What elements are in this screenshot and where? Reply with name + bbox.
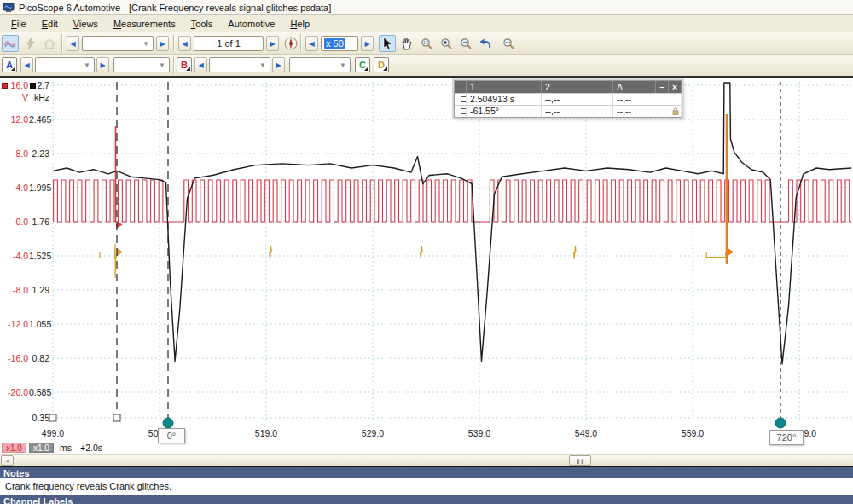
frequency-axis-tick: 0.82 bbox=[29, 353, 49, 363]
cursor-arrow-icon bbox=[382, 38, 392, 50]
phase-ruler-handle[interactable] bbox=[163, 418, 173, 428]
channel-b-range-down-button[interactable]: ◀ bbox=[194, 57, 207, 72]
channel-d-button[interactable]: D bbox=[374, 57, 389, 72]
minimize-button[interactable]: − bbox=[656, 81, 669, 93]
phase-ruler-720-label[interactable]: 720° bbox=[769, 430, 804, 445]
left-arrow-icon: ◀ bbox=[182, 40, 187, 48]
pan-tool-button[interactable] bbox=[398, 35, 415, 52]
zoom-in-button[interactable] bbox=[438, 35, 455, 52]
voltage-axis-tick: 0.0 bbox=[2, 217, 28, 227]
channel-a-scale-badge[interactable]: x1.0 bbox=[2, 443, 26, 453]
window-title: PicoScope 6 Automotive - [Crank Frequenc… bbox=[19, 3, 331, 13]
channel-a-range-dropdown[interactable]: ▼ bbox=[35, 57, 95, 72]
zoom-out-icon bbox=[460, 38, 473, 50]
right-arrow-icon: ▶ bbox=[160, 40, 165, 48]
channel-a-range-up-button[interactable]: ▶ bbox=[96, 57, 109, 72]
chevron-down-icon: ▼ bbox=[159, 61, 165, 69]
time-axis-tick: 539.0 bbox=[458, 428, 501, 438]
voltage-axis-tick: -8.0 bbox=[2, 285, 28, 295]
voltage-axis-handle[interactable] bbox=[2, 83, 8, 89]
menu-measurements[interactable]: Measurements bbox=[106, 16, 183, 32]
scrollbar-grip[interactable]: ❚❚ bbox=[569, 455, 591, 466]
chevron-down-icon: ▼ bbox=[84, 61, 90, 69]
capture-select-dropdown[interactable]: ▼ bbox=[82, 36, 154, 51]
notes-text[interactable]: Crank frequency reveals Crank glitches. bbox=[0, 478, 853, 494]
frequency-axis-tick: 1.525 bbox=[29, 251, 49, 261]
ruler-column-delta-header: Δ bbox=[613, 81, 656, 93]
connect-device-button[interactable] bbox=[22, 35, 39, 52]
left-arrow-icon: ◀ bbox=[309, 40, 314, 48]
horizontal-scrollbar[interactable]: < ❚❚ bbox=[0, 454, 853, 466]
time-ruler-handle[interactable] bbox=[113, 414, 120, 421]
marquee-zoom-button[interactable] bbox=[418, 35, 435, 52]
time-offset-label: +2.0s bbox=[77, 443, 106, 453]
time-ruler-value-1: 2.504913 s bbox=[467, 94, 542, 105]
scroll-left-button[interactable]: < bbox=[1, 455, 14, 466]
menu-automotive[interactable]: Automotive bbox=[220, 16, 282, 32]
channel-labels-header: Channel Labels bbox=[0, 495, 853, 504]
ruler-legend-corner bbox=[455, 81, 467, 93]
prev-capture-button[interactable]: ◀ bbox=[67, 36, 79, 51]
home-button[interactable] bbox=[41, 35, 58, 52]
glitch-marker-arrow bbox=[117, 248, 123, 256]
frequency-axis-tick: 1.055 bbox=[29, 319, 49, 329]
corner-expand-icon bbox=[186, 67, 190, 71]
zoom-full-button[interactable] bbox=[500, 35, 517, 52]
zoom-factor-increase-button[interactable]: ▶ bbox=[361, 36, 374, 51]
frequency-axis-tick: 1.995 bbox=[29, 182, 49, 193]
menu-tools[interactable]: Tools bbox=[183, 16, 221, 32]
voltage-axis-tick: 8.0 bbox=[2, 148, 28, 159]
right-arrow-icon: ▶ bbox=[100, 61, 105, 69]
channel-b-range-up-button[interactable]: ▶ bbox=[272, 57, 285, 72]
time-axis-tick: 499.0 bbox=[32, 428, 74, 438]
channel-b-button[interactable]: B bbox=[177, 57, 192, 72]
time-scale-badge[interactable]: x1.0 bbox=[29, 443, 54, 453]
channel-b-range-dropdown[interactable]: ▼ bbox=[209, 57, 270, 72]
time-ruler-value-2: --,-- bbox=[542, 94, 613, 105]
right-arrow-icon: ▶ bbox=[276, 61, 281, 69]
chevron-down-icon: ▼ bbox=[259, 61, 266, 69]
prev-page-button[interactable]: ◀ bbox=[178, 36, 191, 51]
channel-a-coupling-dropdown[interactable]: ▼ bbox=[113, 57, 170, 72]
voltage-axis-unit: V bbox=[2, 92, 28, 102]
zoom-out-button[interactable] bbox=[457, 35, 474, 52]
page-indicator: 1 of 1 bbox=[194, 36, 264, 51]
undo-zoom-button[interactable] bbox=[477, 35, 494, 52]
voltage-axis-tick: -4.0 bbox=[2, 251, 28, 261]
ruler-legend-panel[interactable]: 1 2 Δ − × 2.504913 s --,-- --,-- -61.55°… bbox=[454, 80, 682, 118]
zoom-factor-input[interactable]: x 50 bbox=[321, 36, 358, 51]
menu-help[interactable]: Help bbox=[282, 16, 317, 32]
right-arrow-icon: ▶ bbox=[270, 40, 275, 48]
frequency-axis-handle[interactable] bbox=[30, 83, 36, 89]
buffer-navigator-button[interactable] bbox=[282, 35, 299, 52]
phase-ruler-0-label[interactable]: 0° bbox=[158, 428, 185, 443]
scope-view: 16.012.08.04.00.0-4.0-8.0-12.0-16.0-20.0… bbox=[0, 78, 853, 454]
channel-b-coupling-dropdown[interactable]: ▼ bbox=[289, 57, 351, 72]
time-axis-tick: 559.0 bbox=[671, 428, 714, 438]
channel-a-range-down-button[interactable]: ◀ bbox=[20, 57, 33, 72]
menu-bar: File Edit Views Measurements Tools Autom… bbox=[0, 15, 853, 32]
ruler-handle-icon[interactable] bbox=[461, 108, 467, 114]
channel-toolbar: A ◀ ▼ ▶ ▼ B ◀ ▼ ▶ ▼ C D bbox=[0, 55, 853, 76]
toolbar-separator bbox=[173, 34, 174, 52]
waveform-view-button[interactable] bbox=[2, 35, 19, 52]
channel-c-button[interactable]: C bbox=[355, 57, 370, 72]
pointer-tool-button[interactable] bbox=[379, 35, 396, 52]
channel-a-button[interactable]: A bbox=[2, 57, 17, 72]
menu-edit[interactable]: Edit bbox=[34, 16, 66, 32]
ruler-handle-icon[interactable] bbox=[461, 96, 467, 102]
zoom-factor-decrease-button[interactable]: ◀ bbox=[305, 36, 318, 51]
phase-ruler-delta: --,-- bbox=[613, 106, 682, 117]
ruler-column-1-header: 1 bbox=[467, 81, 542, 93]
next-capture-button[interactable]: ▶ bbox=[156, 36, 169, 51]
home-icon bbox=[44, 38, 55, 49]
phase-ruler-value-2: --,-- bbox=[542, 106, 613, 117]
undo-arrow-icon bbox=[479, 38, 492, 49]
axis-scale-handle[interactable] bbox=[49, 414, 56, 421]
next-page-button[interactable]: ▶ bbox=[266, 36, 279, 51]
close-icon[interactable]: × bbox=[669, 81, 682, 93]
menu-views[interactable]: Views bbox=[66, 16, 106, 32]
phase-ruler-handle[interactable] bbox=[775, 418, 786, 428]
menu-file[interactable]: File bbox=[3, 16, 34, 32]
left-arrow-icon: ◀ bbox=[70, 40, 75, 48]
